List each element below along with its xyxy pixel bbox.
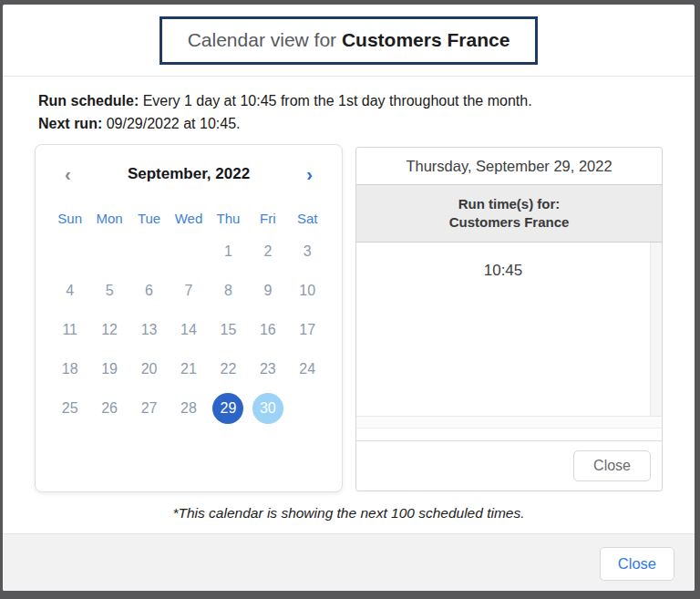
calendar-day-number: 22 xyxy=(212,354,243,385)
calendar-day[interactable]: 15 xyxy=(209,310,248,349)
panel-close-button[interactable]: Close xyxy=(573,450,651,481)
calendar-day[interactable]: 18 xyxy=(50,349,89,388)
calendar-header: ‹ September, 2022 › xyxy=(50,165,327,183)
page-title: Calendar view for Customers France xyxy=(160,16,539,65)
modal-backdrop: Calendar view for Customers France Run s… xyxy=(0,0,700,599)
calendar-day-number: 25 xyxy=(55,393,86,424)
calendar-day-number: 1 xyxy=(212,236,243,267)
month-calendar: ‹ September, 2022 › SunMonTueWedThuFriSa… xyxy=(35,144,343,492)
weekday-label: Tue xyxy=(129,211,169,226)
calendar-day[interactable]: 10 xyxy=(288,271,327,310)
selected-date-header: Thursday, September 29, 2022 xyxy=(356,148,662,185)
calendar-day-number: 16 xyxy=(252,315,283,346)
chevron-left-icon: ‹ xyxy=(65,164,71,184)
content-row: ‹ September, 2022 › SunMonTueWedThuFriSa… xyxy=(35,144,663,492)
calendar-day[interactable]: 7 xyxy=(169,271,208,310)
calendar-day-number: 3 xyxy=(292,236,323,267)
weekday-row: SunMonTueWedThuFriSat xyxy=(50,211,327,226)
calendar-day[interactable]: 24 xyxy=(288,349,327,388)
run-schedule-line: Run schedule: Every 1 day at 10:45 from … xyxy=(38,89,663,112)
calendar-day[interactable]: 3 xyxy=(288,232,327,271)
calendar-day-number: 27 xyxy=(134,393,165,424)
calendar-day[interactable]: 23 xyxy=(248,349,287,388)
calendar-day[interactable]: 2 xyxy=(248,232,287,271)
run-schedule-text: Every 1 day at 10:45 from the 1st day th… xyxy=(139,93,531,108)
calendar-day-number: 23 xyxy=(252,354,283,385)
run-times-scroll-area: 10:45 xyxy=(356,243,662,417)
calendar-day[interactable]: 8 xyxy=(209,271,248,310)
calendar-day-number: 15 xyxy=(212,315,243,346)
run-times-panel: Thursday, September 29, 2022 Run time(s)… xyxy=(355,147,663,491)
calendar-day-number: 9 xyxy=(252,275,283,306)
calendar-day-number: 29 xyxy=(212,393,243,424)
calendar-day[interactable]: 13 xyxy=(129,310,169,349)
panel-spacer xyxy=(356,429,662,440)
horizontal-scrollbar[interactable] xyxy=(356,417,662,429)
calendar-day[interactable]: 27 xyxy=(129,388,169,428)
weekday-label: Mon xyxy=(89,211,129,226)
calendar-day[interactable]: 19 xyxy=(89,349,129,388)
weekday-label: Sun xyxy=(50,211,89,226)
calendar-day[interactable]: 12 xyxy=(89,310,129,349)
calendar-day[interactable]: 26 xyxy=(89,388,129,428)
calendar-day-number: 26 xyxy=(94,393,125,424)
calendar-day-number: 21 xyxy=(173,354,204,385)
calendar-day[interactable]: 4 xyxy=(50,271,89,310)
title-text: Calendar view for xyxy=(188,29,342,50)
weekday-label: Sat xyxy=(288,211,327,226)
calendar-day-number: 8 xyxy=(212,275,243,306)
calendar-day-number: 30 xyxy=(252,393,283,424)
calendar-day[interactable]: 9 xyxy=(248,271,287,310)
weekday-label: Fri xyxy=(248,211,287,226)
calendar-day[interactable]: 14 xyxy=(169,310,208,349)
calendar-day[interactable]: 11 xyxy=(50,310,89,349)
calendar-day[interactable]: 20 xyxy=(129,349,169,388)
calendar-note: *This calendar is showing the next 100 s… xyxy=(35,505,663,522)
calendar-day[interactable]: 25 xyxy=(50,388,89,428)
panel-footer: Close xyxy=(356,440,662,491)
calendar-view-dialog: Calendar view for Customers France Run s… xyxy=(3,5,695,591)
calendar-day[interactable]: 17 xyxy=(288,310,327,349)
calendar-day-empty xyxy=(89,232,129,271)
calendar-day[interactable]: 30 xyxy=(248,388,287,428)
calendar-day[interactable]: 29 xyxy=(209,388,248,428)
calendar-day-number: 11 xyxy=(55,315,86,346)
calendar-day[interactable]: 22 xyxy=(209,349,248,388)
days-grid: 1234567891011121314151617181920212223242… xyxy=(50,232,327,428)
title-entity-name: Customers France xyxy=(342,29,510,50)
calendar-day-empty xyxy=(169,232,208,271)
calendar-day-number: 7 xyxy=(173,275,204,306)
weekday-label: Wed xyxy=(169,211,208,226)
vertical-scrollbar[interactable] xyxy=(650,243,662,417)
run-times-label: Run time(s) for: xyxy=(364,195,654,213)
next-run-label: Next run: xyxy=(38,116,102,131)
calendar-day-empty xyxy=(129,232,169,271)
calendar-day[interactable]: 5 xyxy=(89,271,129,310)
dialog-footer: Close xyxy=(3,533,695,591)
chevron-right-icon: › xyxy=(306,164,313,184)
calendar-day-number: 17 xyxy=(292,315,323,346)
dialog-close-button[interactable]: Close xyxy=(600,547,674,581)
previous-month-button[interactable]: ‹ xyxy=(61,165,75,183)
calendar-day-number: 10 xyxy=(292,275,323,306)
weekday-label: Thu xyxy=(209,211,248,226)
calendar-day-number: 14 xyxy=(173,315,204,346)
calendar-day-number: 2 xyxy=(252,236,283,267)
dialog-body: Run schedule: Every 1 day at 10:45 from … xyxy=(3,77,695,533)
next-run-text: 09/29/2022 at 10:45. xyxy=(102,116,240,131)
calendar-day[interactable]: 21 xyxy=(169,349,208,388)
run-times-list: 10:45 xyxy=(356,243,650,417)
calendar-day-number: 20 xyxy=(134,354,165,385)
run-times-header: Run time(s) for: Customers France xyxy=(356,185,662,243)
run-times-entity-name: Customers France xyxy=(364,213,654,232)
calendar-day[interactable]: 1 xyxy=(209,232,248,271)
calendar-day-number: 5 xyxy=(94,275,125,306)
run-schedule-label: Run schedule: xyxy=(38,93,139,108)
next-run-line: Next run: 09/29/2022 at 10:45. xyxy=(38,112,663,135)
calendar-day-empty xyxy=(288,388,327,428)
next-month-button[interactable]: › xyxy=(303,165,316,183)
calendar-day[interactable]: 28 xyxy=(169,388,208,428)
calendar-day[interactable]: 6 xyxy=(129,271,169,310)
calendar-day[interactable]: 16 xyxy=(248,310,287,349)
calendar-day-number: 12 xyxy=(94,315,125,346)
